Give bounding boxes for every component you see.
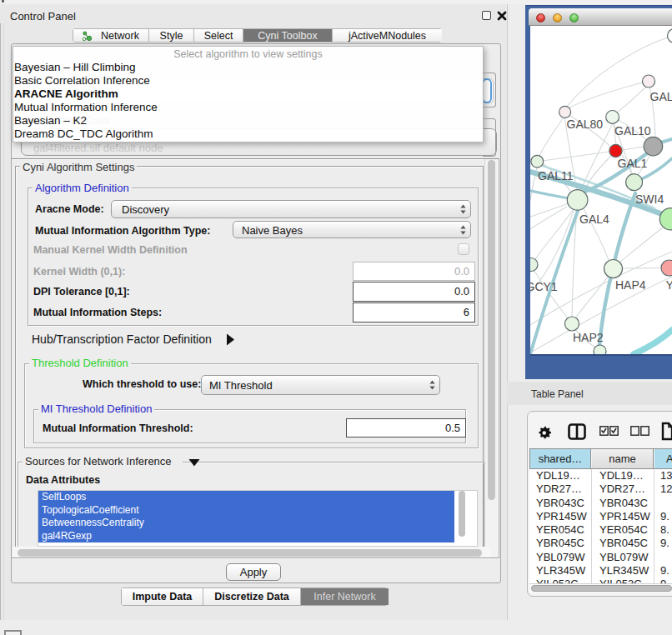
svg-text:GAL7: GAL7 <box>650 90 672 103</box>
svg-text:GAL11: GAL11 <box>538 169 574 182</box>
svg-text:GAL10: GAL10 <box>614 124 651 138</box>
svg-text:HAP4: HAP4 <box>615 278 646 292</box>
svg-text:Y: Y <box>666 278 672 292</box>
svg-text:GAL4: GAL4 <box>579 212 609 226</box>
svg-text:GAL80: GAL80 <box>567 118 604 131</box>
svg-text:GCY1: GCY1 <box>530 280 558 293</box>
svg-text:HAP2: HAP2 <box>573 331 604 344</box>
svg-text:SWI4: SWI4 <box>635 192 664 206</box>
svg-text:GAL1: GAL1 <box>618 157 648 170</box>
